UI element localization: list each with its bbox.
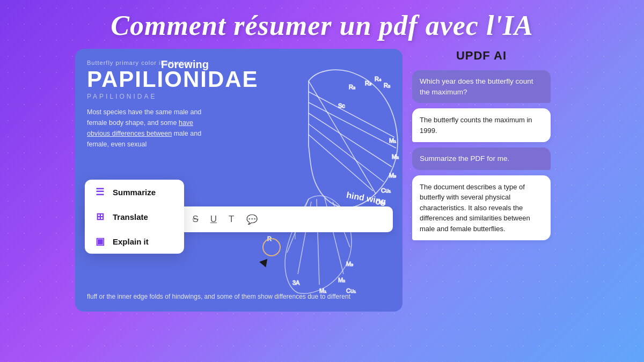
explain-icon: ▣ xyxy=(93,235,106,247)
svg-text:Cu₁: Cu₁ xyxy=(381,187,391,194)
toolbar-strikethrough-btn[interactable]: S xyxy=(190,213,200,226)
summarize-label: Summarize xyxy=(113,188,156,197)
dropdown-explain[interactable]: ▣ Explain it xyxy=(85,229,184,254)
svg-text:M₃: M₃ xyxy=(389,172,396,179)
pdf-bottom-text: fluff or the inner edge folds of hindwin… xyxy=(87,292,391,302)
hind-wing-label: hind wing xyxy=(346,190,387,207)
ai-message-user-1: Which year does the butterfly count the … xyxy=(412,70,551,103)
pdf-subtitle: Butterfly primary color illustration xyxy=(87,60,391,66)
page-title: Comment résumer un pdf avec l'IA xyxy=(89,0,554,49)
pdf-title-main: PAPILIONIDAE xyxy=(87,68,391,91)
dropdown-translate[interactable]: ⊞ Translate xyxy=(85,204,184,229)
ai-message-assistant-2: The document describes a type of butterf… xyxy=(412,175,551,241)
toolbar-underline-btn[interactable]: U xyxy=(208,213,219,226)
pdf-panel: Butterfly primary color illustration PAP… xyxy=(75,49,402,312)
translate-icon: ⊞ xyxy=(93,211,106,223)
pdf-content: Butterfly primary color illustration PAP… xyxy=(75,49,402,150)
svg-text:3A: 3A xyxy=(292,279,300,286)
ai-dropdown-menu: ☰ Summarize ⊞ Translate ▣ Explain it xyxy=(85,180,184,254)
main-container: Butterfly primary color illustration PAP… xyxy=(75,49,569,312)
svg-text:M₃: M₃ xyxy=(346,261,353,267)
pdf-title-sub: PAPILIONIDAE xyxy=(87,93,391,100)
ai-panel: UPDF AI Which year does the butterfly co… xyxy=(412,49,551,312)
cursor-pointer xyxy=(259,259,270,269)
pdf-body-text: Most species have the same male and fema… xyxy=(87,107,216,150)
svg-text:M₂: M₂ xyxy=(338,277,345,283)
dropdown-summarize[interactable]: ☰ Summarize xyxy=(85,180,184,204)
toolbar-text-btn[interactable]: T xyxy=(226,213,236,226)
svg-text:M₂: M₂ xyxy=(392,153,399,160)
ai-message-assistant-1: The butterfly counts the maximum in 1999… xyxy=(412,108,551,142)
explain-label: Explain it xyxy=(113,237,149,246)
toolbar-comment-btn[interactable]: 💬 xyxy=(244,213,260,226)
translate-label: Translate xyxy=(113,212,148,221)
forewing-label: Forewing xyxy=(161,58,209,71)
svg-text:R: R xyxy=(267,235,272,242)
svg-point-29 xyxy=(263,239,280,256)
summarize-icon: ☰ xyxy=(93,186,106,198)
ai-message-user-2: Summarize the PDF for me. xyxy=(412,147,551,170)
ai-panel-title: UPDF AI xyxy=(412,49,551,63)
